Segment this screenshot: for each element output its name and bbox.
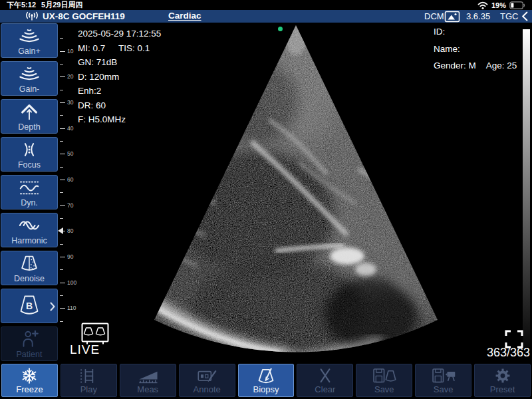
depth-tick [60, 244, 63, 245]
depth-tick [60, 283, 65, 283]
depth-tick [60, 308, 65, 309]
depth-tick-label: 60 [67, 177, 73, 182]
enhance-value: Enh:2 [78, 84, 161, 98]
depth-tick-label: 110 [67, 305, 76, 311]
acquisition-info-overlay: 2025-05-29 17:12:55 MI: 0.7 TIS: 0.1 GN:… [78, 27, 161, 127]
depth-tick [60, 76, 65, 77]
patient-age: Age: 25 [486, 61, 517, 70]
snowflake-icon [16, 366, 43, 385]
measure-ruler-icon [134, 366, 161, 385]
depth-tick [60, 64, 63, 65]
dual-screen-compare-icon[interactable] [81, 323, 109, 345]
orientation-marker-dot [278, 27, 283, 31]
freeze-button[interactable]: Freeze [1, 364, 58, 397]
depth-tick [60, 90, 63, 90]
depth-tick-label: 30 [67, 100, 73, 105]
save-video-icon [430, 366, 457, 385]
annote-button[interactable]: Annote [179, 364, 235, 397]
preset-button[interactable]: Preset [474, 364, 531, 397]
depth-tick [60, 321, 63, 322]
film-strip-icon [75, 366, 102, 385]
gain-arcs-icon [15, 63, 44, 84]
depth-tick [60, 205, 65, 206]
gain-value: GN: 71dB [78, 55, 161, 70]
app-header: UX-8C GOCFEH119 Cardiac DCM 3.6.35 TGC [0, 10, 532, 23]
depth-arrow-icon [15, 101, 44, 122]
control-sidebar: Gain+ Gain- Depth [0, 23, 59, 361]
depth-tick-label: 80 [67, 228, 73, 233]
dcm-export-icon[interactable] [444, 11, 461, 23]
frame-counter: 363/363 [487, 346, 530, 360]
depth-tick [60, 102, 65, 103]
tgc-panel-toggle[interactable]: TGC [500, 10, 528, 23]
ios-status-bar: 下午5:12 5月29日周四 19% [0, 0, 532, 10]
battery-percent: 19% [491, 1, 506, 9]
gain-minus-button[interactable]: Gain- [1, 61, 58, 96]
depth-tick [60, 257, 65, 257]
depth-tick [60, 115, 63, 116]
note-pencil-icon [194, 366, 220, 385]
biopsy-needle-icon [253, 366, 279, 385]
patient-button[interactable]: Patient [1, 327, 58, 361]
depth-tick [60, 180, 65, 180]
status-date: 5月29日周四 [41, 0, 82, 10]
harmonic-waves-icon [15, 215, 44, 236]
depth-tick [60, 269, 63, 270]
live-status-label: LIVE [70, 342, 100, 357]
focus-button[interactable]: Focus [1, 137, 58, 172]
chevron-right-icon [50, 302, 55, 311]
x-mark-icon [312, 366, 338, 385]
patient-id-label: ID: [434, 27, 517, 37]
grayscale-reference-bar [523, 29, 530, 347]
play-button[interactable]: Play [61, 364, 117, 397]
ultrasound-app-screen: 下午5:12 5月29日周四 19% [0, 0, 532, 399]
clear-button[interactable]: Clear [297, 364, 353, 397]
gear-icon [489, 366, 516, 385]
device-title: UX-8C GOCFEH119 [43, 10, 125, 23]
battery-icon [509, 1, 525, 9]
patient-name-label: Name: [434, 45, 517, 54]
harmonic-button[interactable]: Harmonic [1, 213, 58, 247]
b-mode-letter: B [26, 301, 33, 311]
focus-position-marker [58, 227, 63, 234]
dynamic-range-button[interactable]: Dyn. [1, 175, 58, 209]
software-version: 3.6.35 [466, 10, 490, 23]
focus-brackets-icon [15, 139, 44, 160]
depth-button[interactable]: Depth [1, 99, 58, 134]
dynamic-range-value: DR: 60 [78, 98, 161, 113]
meas-button[interactable]: Meas [120, 364, 176, 397]
depth-tick-label: 20 [67, 74, 73, 79]
depth-tick-label: 100 [67, 280, 76, 285]
depth-tick [60, 154, 65, 154]
depth-tick [60, 295, 63, 296]
depth-tick [60, 192, 63, 193]
wifi-icon [477, 1, 488, 9]
depth-tick [60, 218, 63, 219]
gain-plus-button[interactable]: Gain+ [1, 23, 58, 58]
patient-info-overlay: ID: Name: Gender: M Age: 25 [434, 27, 517, 78]
save-video-button[interactable]: Save [415, 364, 471, 397]
save-image-button[interactable]: Save [356, 364, 412, 397]
patient-person-icon [15, 329, 44, 350]
bottom-toolbar: Freeze Play [0, 362, 532, 399]
probe-wireless-icon [24, 11, 40, 21]
denoise-button[interactable]: Denoise [1, 251, 58, 285]
depth-tick-label: 50 [67, 151, 73, 156]
mi-value: MI: 0.7 [78, 43, 105, 53]
dcm-label[interactable]: DCM [424, 10, 444, 23]
preset-tab-cardiac[interactable]: Cardiac [168, 10, 201, 22]
depth-tick [60, 128, 65, 129]
depth-value: D: 120mm [78, 70, 161, 84]
depth-tick-label: 70 [67, 203, 73, 208]
depth-tick-label: 40 [67, 126, 73, 131]
dynamic-wave-icon [15, 177, 44, 198]
depth-tick [60, 141, 63, 142]
depth-tick-label: 10 [67, 49, 73, 54]
depth-tick [60, 38, 63, 39]
depth-tick [60, 51, 65, 52]
status-time: 下午5:12 [7, 0, 36, 10]
denoise-fan-icon [15, 253, 44, 274]
b-mode-fan-icon: B [15, 293, 44, 319]
biopsy-button[interactable]: Biopsy [238, 364, 295, 397]
b-mode-button[interactable]: B [1, 289, 58, 323]
